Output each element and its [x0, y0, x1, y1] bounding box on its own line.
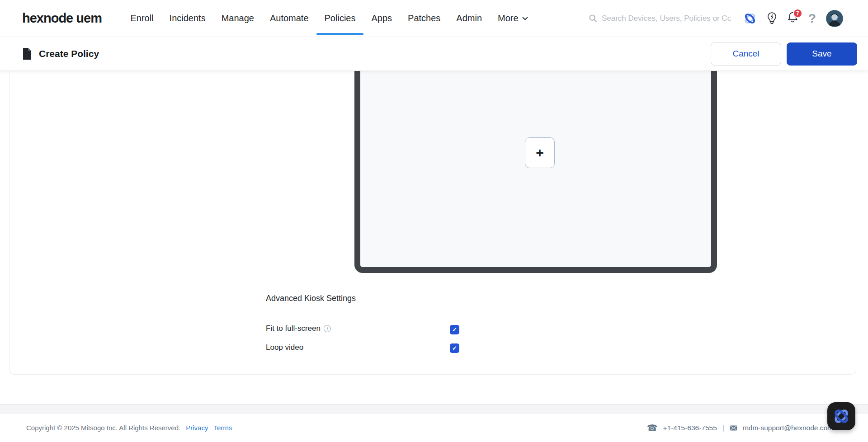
page-title: Create Policy: [39, 48, 99, 59]
terms-link[interactable]: Terms: [213, 424, 232, 432]
nav-item-more[interactable]: More: [490, 0, 536, 37]
nav-item-policies[interactable]: Policies: [316, 0, 363, 37]
user-avatar[interactable]: [826, 10, 843, 27]
notifications-button[interactable]: 7: [787, 11, 798, 25]
section-divider: [248, 313, 796, 313]
advanced-kiosk-settings-title: Advanced Kiosk Settings: [266, 294, 356, 303]
setting-label-fit-to-fullscreen: Fit to full-screen i: [266, 324, 331, 333]
support-email[interactable]: mdm-support@hexnode.com: [743, 424, 833, 432]
phone-icon: ☎: [647, 423, 658, 432]
hexnode-logo[interactable]: hexnode uem: [22, 11, 102, 26]
loop-video-checkbox[interactable]: ✓: [450, 343, 459, 353]
add-kiosk-content-button[interactable]: +: [525, 137, 555, 168]
top-navbar: hexnode uem Enroll Incidents Manage Auto…: [0, 0, 868, 37]
nav-item-apps[interactable]: Apps: [363, 0, 400, 37]
app-root: hexnode uem Enroll Incidents Manage Auto…: [0, 0, 868, 442]
hexnode-knot-icon: [832, 407, 851, 426]
save-button[interactable]: Save: [787, 42, 857, 66]
hexnode-chat-widget[interactable]: [827, 402, 855, 430]
support-phone[interactable]: +1-415-636-7555: [663, 424, 717, 432]
plus-icon: +: [536, 146, 544, 160]
policy-title-group: Create Policy: [22, 48, 99, 60]
avatar-illustration: [826, 10, 843, 27]
policy-action-buttons: Cancel Save: [711, 42, 857, 66]
nav-item-admin[interactable]: Admin: [448, 0, 490, 37]
help-icon[interactable]: ?: [808, 12, 816, 25]
footer-legal: Copyright © 2025 Mitsogo Inc. All Rights…: [26, 424, 232, 432]
nav-item-automate[interactable]: Automate: [262, 0, 316, 37]
email-icon: [730, 425, 737, 431]
fit-to-fullscreen-checkbox[interactable]: ✓: [450, 325, 459, 334]
nav-item-enroll[interactable]: Enroll: [123, 0, 161, 37]
search-icon: [589, 14, 597, 23]
hexnode-knot-icon[interactable]: [743, 12, 757, 25]
check-icon: ✓: [452, 327, 457, 333]
document-icon: [22, 48, 31, 60]
search-input[interactable]: [602, 14, 731, 23]
notification-count-badge: 7: [793, 9, 802, 18]
nav-item-incidents[interactable]: Incidents: [161, 0, 213, 37]
info-icon[interactable]: i: [324, 325, 331, 332]
create-policy-header: Create Policy Cancel Save: [0, 37, 868, 71]
privacy-link[interactable]: Privacy: [186, 424, 208, 432]
main-nav: Enroll Incidents Manage Automate Policie…: [123, 0, 536, 37]
whats-new-bulb-icon[interactable]: [767, 12, 777, 25]
cancel-button[interactable]: Cancel: [711, 42, 781, 66]
topbar-icon-group: 7 ?: [743, 10, 843, 27]
kiosk-device-preview-frame: [354, 71, 717, 273]
nav-item-manage[interactable]: Manage: [213, 0, 262, 37]
nav-item-patches[interactable]: Patches: [400, 0, 448, 37]
setting-label-loop-video: Loop video: [266, 343, 303, 352]
footer-separator: |: [722, 424, 724, 432]
check-icon: ✓: [452, 345, 457, 351]
global-search: [589, 14, 731, 23]
chevron-down-icon: [522, 17, 528, 20]
footer-contact: ☎ +1-415-636-7555 | mdm-support@hexnode.…: [647, 423, 833, 432]
page-footer: Copyright © 2025 Mitsogo Inc. All Rights…: [0, 414, 868, 442]
copyright-text: Copyright © 2025 Mitsogo Inc. All Rights…: [26, 424, 180, 432]
footer-divider-band: [0, 404, 868, 414]
